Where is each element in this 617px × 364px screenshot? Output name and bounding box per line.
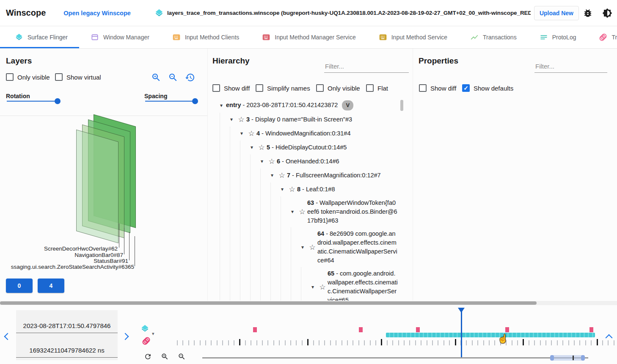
star-icon[interactable]: ☆ xyxy=(317,283,328,292)
only-visible-checkbox[interactable] xyxy=(6,73,14,81)
bug-report-icon[interactable] xyxy=(581,6,595,20)
trace-file-name: layers_trace_from_transactions.winscope … xyxy=(167,10,531,16)
spacing-slider-thumb[interactable] xyxy=(192,98,198,104)
display-select-button[interactable]: 0 xyxy=(6,279,33,293)
horizontal-scrollbar-thumb[interactable] xyxy=(0,301,537,305)
collapse-caret-icon[interactable]: ▾ xyxy=(227,115,236,124)
star-icon[interactable]: ☆ xyxy=(277,171,287,180)
collapse-caret-icon[interactable]: ▾ xyxy=(278,185,287,194)
show-diff-checkbox[interactable] xyxy=(212,84,220,92)
hand-cursor: ☝ xyxy=(498,334,508,344)
transition-marker[interactable] xyxy=(589,327,593,332)
collapse-caret-icon[interactable]: ▾ xyxy=(298,243,307,252)
timestamp-human-field[interactable]: 2023-08-28T17:01:50.4797846 xyxy=(16,322,118,333)
tab-protolog[interactable]: ProtoLog xyxy=(528,26,588,48)
tree-node[interactable]: ▾☆ 7 - FullscreenMagnification:0:12#7 xyxy=(208,168,404,182)
star-icon[interactable]: ☆ xyxy=(256,143,267,152)
properties-filter-input[interactable] xyxy=(534,62,607,73)
label-leader-line xyxy=(119,223,119,248)
zoom-range-selector[interactable] xyxy=(550,355,585,361)
chevron-down-icon[interactable]: ▾ xyxy=(152,331,154,336)
hierarchy-scrollbar[interactable] xyxy=(400,100,403,111)
tree-node[interactable]: ▾☆ 64 - 8e26909 com.google.android.wallp… xyxy=(208,227,404,267)
tree-node[interactable]: ▾☆ 5 - HideDisplayCutout:0:14#5 xyxy=(208,141,404,154)
show-defaults-checkbox[interactable] xyxy=(462,84,470,92)
collapse-caret-icon[interactable]: ▾ xyxy=(267,171,277,180)
open-legacy-link[interactable]: Open legacy Winscope xyxy=(63,10,131,17)
star-icon[interactable]: ☆ xyxy=(307,243,317,252)
dark-mode-icon[interactable] xyxy=(600,6,614,20)
only-visible-checkbox-row: Only visible xyxy=(316,84,360,92)
transition-trace-icon[interactable] xyxy=(142,336,151,347)
zoom-out-icon[interactable] xyxy=(168,72,178,83)
hierarchy-filter-input[interactable] xyxy=(324,62,409,73)
layer-sheet[interactable] xyxy=(76,130,118,243)
timeline-cursor[interactable] xyxy=(461,308,462,358)
sf-trace-icon[interactable] xyxy=(140,324,149,335)
display-select-button[interactable]: 4 xyxy=(38,279,64,293)
collapse-caret-icon[interactable]: ▾ xyxy=(257,157,267,166)
star-icon[interactable]: ☆ xyxy=(287,185,297,194)
upload-new-button[interactable]: Upload New xyxy=(534,6,579,20)
tab-input-method-service[interactable]: Input Method Service xyxy=(367,26,459,48)
timeline-zoom-out-icon[interactable] xyxy=(178,353,186,362)
window-icon xyxy=(91,33,99,41)
tree-node[interactable]: ▾☆ 6 - OneHanded:0:14#6 xyxy=(208,154,404,168)
rotation-slider-track[interactable] xyxy=(7,101,58,102)
flat-checkbox-row: Flat xyxy=(366,84,388,92)
timeline-cursor-handle[interactable] xyxy=(458,308,465,313)
tree-node[interactable]: ▾☆ 3 - Display 0 name="Built-in Screen"#… xyxy=(208,113,404,127)
transition-marker[interactable] xyxy=(416,327,420,332)
collapse-caret-icon[interactable]: ▾ xyxy=(237,129,246,138)
divider xyxy=(0,116,207,116)
tree-node[interactable]: ▾☆ 63 - WallpaperWindowToken{fa0eef6 tok… xyxy=(208,196,404,227)
zoom-range-track[interactable] xyxy=(202,357,588,358)
hierarchy-only-visible-checkbox[interactable] xyxy=(316,84,324,92)
zoom-in-icon[interactable] xyxy=(151,72,161,83)
properties-show-diff-checkbox-row: Show diff xyxy=(419,84,456,92)
layers-panel-title: Layers xyxy=(6,56,32,66)
star-icon[interactable]: ☆ xyxy=(267,157,277,166)
transition-marker[interactable] xyxy=(505,327,509,332)
show-virtual-checkbox[interactable] xyxy=(55,73,63,81)
properties-panel-title: Properties xyxy=(419,56,458,66)
tab-input-method-clients[interactable]: Input Method Clients xyxy=(161,26,251,48)
collapse-caret-icon[interactable]: ▾ xyxy=(247,143,256,152)
sf-trace-bar[interactable] xyxy=(386,333,595,337)
collapse-caret-icon[interactable]: ▾ xyxy=(217,101,226,110)
tab-input-method-manager-service[interactable]: Input Method Manager Service xyxy=(251,26,367,48)
tree-node[interactable]: ▾☆ 8 - Leaf:0:1#8 xyxy=(208,182,404,196)
timeline-zoom-in-icon[interactable] xyxy=(161,353,169,362)
tree-node-entry[interactable]: ▾ entry - 2023-08-28T17:01:50.421423872V xyxy=(208,98,404,113)
tab-transitions[interactable]: Tr xyxy=(587,26,617,48)
header: Winscope Open legacy Winscope layers_tra… xyxy=(0,0,617,26)
star-icon[interactable]: ☆ xyxy=(297,207,307,216)
star-icon[interactable]: ☆ xyxy=(246,129,256,138)
collapse-caret-icon[interactable]: ▾ xyxy=(308,283,317,292)
flat-checkbox[interactable] xyxy=(366,84,374,92)
spacing-slider-track[interactable] xyxy=(145,101,196,102)
tab-surface-flinger[interactable]: Surface Flinger xyxy=(0,26,79,48)
tab-window-manager[interactable]: Window Manager xyxy=(79,26,161,48)
properties-show-diff-checkbox[interactable] xyxy=(419,84,427,92)
simplify-names-checkbox-row: Simplify names xyxy=(256,84,310,92)
transition-marker[interactable] xyxy=(359,327,363,332)
refresh-icon[interactable] xyxy=(144,353,152,362)
timestamp-ns-field[interactable]: 1693242110479784622 ns xyxy=(16,347,118,358)
tree-node[interactable]: ▾☆ 4 - WindowedMagnification:0:31#4 xyxy=(208,127,404,141)
rotation-slider-thumb[interactable] xyxy=(55,98,61,104)
timestamp-box: 2023-08-28T17:01:50.4797846 169324211047… xyxy=(16,310,118,360)
collapse-caret-icon[interactable]: ▾ xyxy=(288,207,297,216)
transition-marker[interactable] xyxy=(253,327,257,332)
timeline-ruler-ticks[interactable] xyxy=(176,339,616,346)
layer-label: NavigationBar0#87 xyxy=(0,252,123,258)
tab-transactions[interactable]: Transactions xyxy=(459,26,528,48)
v-badge: V xyxy=(342,100,353,110)
zoom-range-handle-right[interactable] xyxy=(581,355,585,361)
simplify-names-checkbox[interactable] xyxy=(256,84,263,92)
tree-node[interactable]: ▾☆ 65 - com.google.android.wallpaper.eff… xyxy=(208,267,404,301)
zoom-range-handle-left[interactable] xyxy=(550,355,554,361)
star-icon[interactable]: ☆ xyxy=(236,115,246,124)
reset-view-icon[interactable] xyxy=(185,72,195,83)
hierarchy-tree: ▾ entry - 2023-08-28T17:01:50.421423872V… xyxy=(208,98,404,301)
